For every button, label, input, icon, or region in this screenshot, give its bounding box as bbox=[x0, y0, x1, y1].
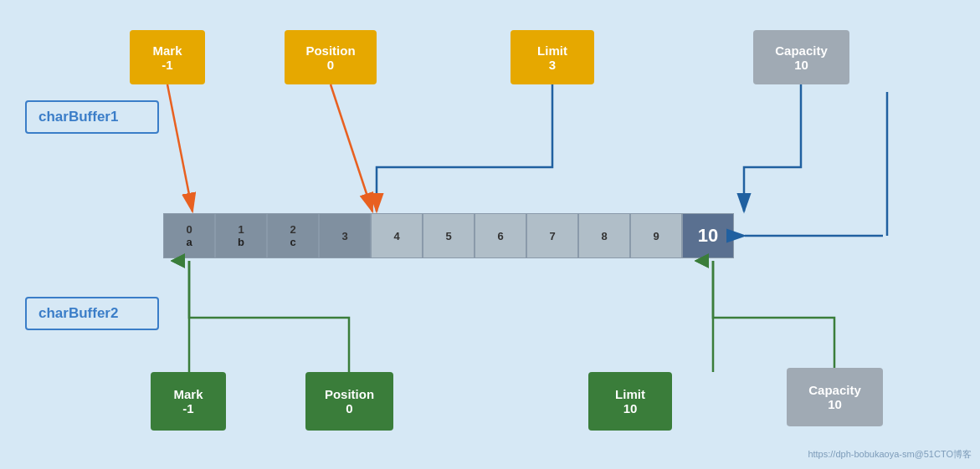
cell-5: 5 bbox=[423, 213, 475, 258]
mark-arrow-top bbox=[167, 84, 192, 212]
cell-1: 1 b bbox=[215, 213, 267, 258]
top-capacity-label: Capacity 10 bbox=[753, 30, 849, 84]
bottom-position-label: Position 0 bbox=[305, 372, 393, 431]
cell-0-index: 0 bbox=[186, 223, 192, 236]
cell-10-capacity: 10 bbox=[682, 213, 734, 258]
charbuffer1-label: charBuffer1 bbox=[25, 100, 159, 134]
cell-0: 0 a bbox=[163, 213, 215, 258]
watermark: https://dph-bobukaoya-sm@51CTO博客 bbox=[808, 448, 972, 461]
limit-arrow-top bbox=[377, 84, 552, 212]
cell-7: 7 bbox=[526, 213, 578, 258]
cell-9: 9 bbox=[630, 213, 682, 258]
cell-1-index: 1 bbox=[238, 223, 244, 236]
bottom-position-arrow bbox=[189, 261, 349, 372]
cell-9-index: 9 bbox=[653, 230, 659, 242]
cell-6-index: 6 bbox=[497, 230, 503, 242]
cell-8-index: 8 bbox=[601, 230, 607, 242]
bottom-mark-label: Mark -1 bbox=[151, 372, 226, 431]
capacity-arrow-top bbox=[744, 84, 801, 212]
cell-3: 3 bbox=[319, 213, 371, 258]
cell-3-index: 3 bbox=[341, 230, 347, 242]
top-position-label: Position 0 bbox=[285, 30, 377, 84]
top-mark-label: Mark -1 bbox=[130, 30, 205, 84]
bottom-capacity-label: Capacity 10 bbox=[787, 368, 883, 426]
cell-2-char: c bbox=[290, 236, 295, 248]
cell-2-index: 2 bbox=[290, 223, 295, 236]
cell-5-index: 5 bbox=[445, 230, 451, 242]
bottom-capacity-arrow bbox=[713, 261, 834, 368]
buffer-array: 0 a 1 b 2 c 3 4 5 6 7 8 9 10 bbox=[163, 213, 734, 258]
cell-8: 8 bbox=[578, 213, 630, 258]
position-arrow-top bbox=[331, 84, 372, 212]
cell-4: 4 bbox=[371, 213, 423, 258]
cell-6: 6 bbox=[475, 213, 526, 258]
cell-0-char: a bbox=[186, 236, 192, 248]
bottom-limit-label: Limit 10 bbox=[588, 372, 672, 431]
cell-7-index: 7 bbox=[549, 230, 555, 242]
top-limit-label: Limit 3 bbox=[511, 30, 594, 84]
charbuffer2-label: charBuffer2 bbox=[25, 297, 159, 330]
capacity-value: 10 bbox=[698, 225, 718, 247]
cell-2: 2 c bbox=[267, 213, 319, 258]
cell-1-char: b bbox=[238, 236, 244, 248]
cell-4-index: 4 bbox=[393, 230, 399, 242]
